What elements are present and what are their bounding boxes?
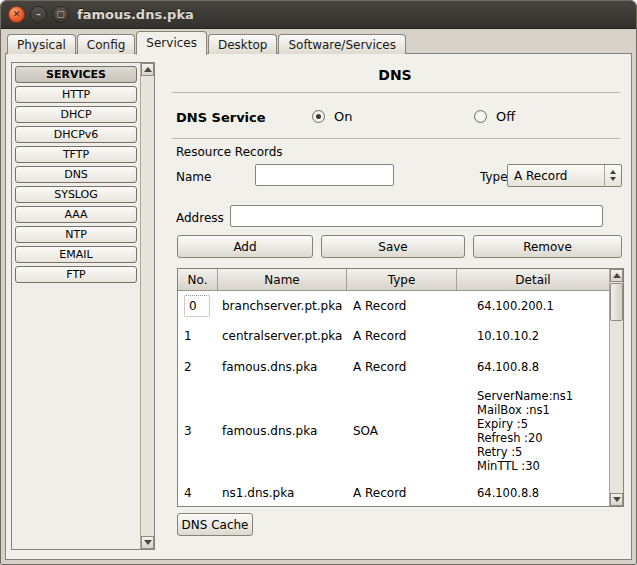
minimize-icon: – [36,10,41,19]
sidebar-scroll-down-button[interactable] [141,536,154,549]
table-header-no: No. [178,269,218,290]
dns-cache-button[interactable]: DNS Cache [177,513,253,536]
radio-on-icon [312,110,325,123]
save-button[interactable]: Save [321,235,465,258]
cell-no-value: 0 [184,295,210,317]
services-sidebar: SERVICES HTTP DHCP DHCPv6 TFTP DNS SYSLO… [11,62,155,550]
radio-off-icon [474,110,487,123]
sidebar-item-http[interactable]: HTTP [15,86,137,103]
minimize-button[interactable]: – [30,6,47,23]
table-row[interactable]: 1 centralserver.pt.pka A Record 10.10.10… [178,321,609,351]
cell-no: 1 [178,329,218,343]
table-header-detail: Detail [457,269,609,290]
sidebar-scrollbar[interactable] [140,63,154,549]
down-arrow-icon [144,540,152,545]
cell-name: ns1.dns.pka [218,486,347,500]
dns-service-label: DNS Service [176,110,266,125]
sidebar-item-dns[interactable]: DNS [15,166,137,183]
table-header-row: No. Name Type Detail [178,269,609,291]
dns-off-radio[interactable]: Off [474,109,515,124]
table-row[interactable]: 4 ns1.dns.pka A Record 64.100.8.8 [178,479,609,506]
cell-detail: 64.100.8.8 [457,486,609,500]
cell-no: 4 [178,486,218,500]
window-title: famous.dns.pka [77,7,194,22]
close-button[interactable]: ✕ [8,6,25,23]
cell-no: 3 [178,424,218,438]
table-scroll-up-button[interactable] [610,269,623,282]
tab-bar: Physical Config Services Desktop Softwar… [7,30,406,54]
sidebar-item-dhcp[interactable]: DHCP [15,106,137,123]
tab-physical[interactable]: Physical [7,34,76,54]
resource-records-label: Resource Records [176,145,283,159]
sidebar-header-services: SERVICES [15,66,137,83]
cell-type: A Record [347,299,457,313]
cell-name: famous.dns.pka [218,360,347,374]
page-title: DNS [164,67,626,83]
spinner-up-icon [610,170,616,174]
dns-on-radio[interactable]: On [312,109,352,124]
table-scroll-track[interactable] [610,282,623,493]
table-row[interactable]: 0 branchserver.pt.pka A Record 64.100.20… [178,291,609,321]
maximize-icon: ▢ [56,10,65,19]
sidebar-item-email[interactable]: EMAIL [15,246,137,263]
sidebar-scroll-track[interactable] [141,76,154,536]
sidebar-item-aaa[interactable]: AAA [15,206,137,223]
maximize-button[interactable]: ▢ [52,6,69,23]
up-arrow-icon [144,67,152,72]
type-label: Type [480,170,508,184]
separator [172,92,620,93]
address-label: Address [176,211,224,225]
tab-services[interactable]: Services [136,31,207,55]
table-scroll-thumb[interactable] [610,283,623,321]
dns-panel: DNS DNS Service On Off Resource Records … [164,54,626,559]
table-scroll-down-button[interactable] [610,493,623,506]
window: ✕ – ▢ famous.dns.pka Physical Config Ser… [0,0,637,565]
tab-desktop[interactable]: Desktop [208,34,278,54]
cell-type: SOA [347,424,457,438]
sidebar-item-tftp[interactable]: TFTP [15,146,137,163]
sidebar-item-dhcpv6[interactable]: DHCPv6 [15,126,137,143]
table-header-type: Type [347,269,457,290]
address-input[interactable] [230,205,603,227]
cell-name: famous.dns.pka [218,424,347,438]
dns-off-label: Off [496,109,515,124]
remove-button[interactable]: Remove [473,235,622,258]
services-list: SERVICES HTTP DHCP DHCPv6 TFTP DNS SYSLO… [12,63,140,549]
name-input[interactable] [255,164,394,186]
sidebar-item-syslog[interactable]: SYSLOG [15,186,137,203]
cell-type: A Record [347,360,457,374]
close-icon: ✕ [13,10,21,19]
type-select-value: A Record [508,165,604,186]
table-header-name: Name [218,269,347,290]
cell-name: branchserver.pt.pka [218,299,347,313]
cell-detail: 10.10.10.2 [457,329,609,343]
add-button[interactable]: Add [177,235,313,258]
records-table: No. Name Type Detail 0 branchserver.pt.p… [177,268,624,507]
name-label: Name [176,170,211,184]
cell-detail: 64.100.200.1 [457,299,609,313]
cell-detail: 64.100.8.8 [457,360,609,374]
type-select-spinner[interactable] [604,165,621,186]
table-row[interactable]: 2 famous.dns.pka A Record 64.100.8.8 [178,351,609,383]
tab-config[interactable]: Config [77,34,136,54]
cell-type: A Record [347,486,457,500]
cell-type: A Record [347,329,457,343]
sidebar-item-ftp[interactable]: FTP [15,266,137,283]
cell-no: 2 [178,360,218,374]
down-arrow-icon [613,497,621,502]
table-scrollbar[interactable] [609,269,623,506]
content-panel: SERVICES HTTP DHCP DHCPv6 TFTP DNS SYSLO… [5,53,632,560]
sidebar-item-ntp[interactable]: NTP [15,226,137,243]
titlebar: ✕ – ▢ famous.dns.pka [1,1,636,29]
up-arrow-icon [613,273,621,278]
table-row[interactable]: 3 famous.dns.pka SOA ServerName:ns1 Mail… [178,383,609,479]
spinner-down-icon [610,177,616,181]
cell-detail: ServerName:ns1 MailBox :ns1 Expiry :5 Re… [457,389,609,473]
records-table-body: No. Name Type Detail 0 branchserver.pt.p… [178,269,609,506]
cell-name: centralserver.pt.pka [218,329,347,343]
type-select[interactable]: A Record [507,164,622,187]
dns-on-label: On [334,109,352,124]
cell-no: 0 [178,295,218,317]
tab-software-services[interactable]: Software/Services [278,34,406,54]
sidebar-scroll-up-button[interactable] [141,63,154,76]
